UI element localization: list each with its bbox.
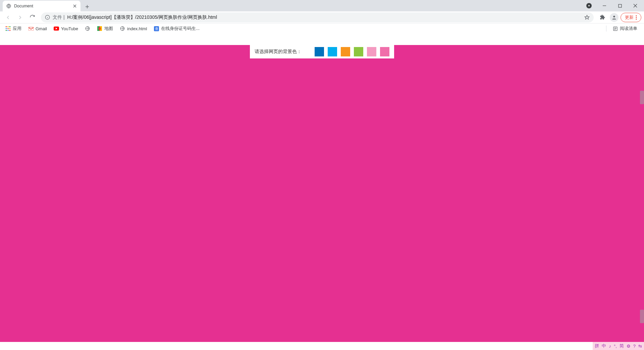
bookmark-label: index.html [127, 26, 147, 31]
maps-icon [97, 26, 102, 31]
apps-label: 应用 [13, 26, 21, 32]
ime-item[interactable]: 简 [620, 343, 624, 349]
reload-button[interactable] [27, 12, 38, 23]
bookmarks-bar: 应用 Gmail YouTube [0, 24, 644, 34]
bookmark-youtube[interactable]: YouTube [51, 25, 81, 33]
apps-shortcut[interactable]: 应用 [3, 24, 24, 33]
svg-point-1 [588, 5, 590, 6]
svg-rect-8 [6, 26, 7, 27]
minimize-button[interactable] [597, 1, 612, 11]
swatch-row [315, 47, 389, 56]
ime-item[interactable]: °, [614, 344, 617, 349]
tab-strip: Document [0, 0, 644, 11]
update-button[interactable]: 更新 [621, 13, 641, 22]
svg-rect-15 [8, 30, 9, 31]
svg-rect-2 [619, 4, 622, 7]
update-label: 更新 [625, 14, 634, 20]
color-picker-panel: 请选择网页的背景色： [250, 45, 394, 58]
maximize-button[interactable] [612, 1, 627, 11]
ime-item[interactable]: 拼 [595, 343, 599, 349]
swatch-pink[interactable] [380, 47, 389, 56]
cha-icon: 查 [154, 26, 159, 31]
svg-rect-10 [9, 26, 10, 27]
viewport: 请选择网页的背景色： [0, 34, 644, 342]
toolbar-right: 更新 [597, 12, 641, 23]
svg-point-7 [636, 18, 637, 19]
picker-label: 请选择网页的背景色： [255, 49, 302, 55]
globe-icon [85, 26, 90, 31]
forward-button[interactable] [15, 12, 25, 23]
profile-avatar-icon[interactable] [610, 13, 619, 22]
swatch-green[interactable] [354, 47, 363, 56]
bookmark-idgen[interactable]: 查 在线身份证号码生... [151, 24, 202, 33]
svg-point-6 [636, 17, 637, 18]
reading-list-button[interactable]: 阅读清单 [610, 24, 640, 33]
svg-rect-9 [8, 26, 9, 27]
svg-point-5 [636, 15, 637, 16]
bookmark-gmail[interactable]: Gmail [25, 25, 50, 33]
apps-grid-icon [5, 26, 11, 31]
gmail-icon [28, 26, 34, 31]
bookmark-label: 在线身份证号码生... [161, 26, 200, 32]
ime-toolbar[interactable]: 拼中♪°,简⚙?⇆ [593, 342, 644, 350]
browser-chrome: Document [0, 0, 644, 34]
bookmark-maps[interactable]: 地图 [94, 24, 116, 33]
scrollbar-thumb[interactable] [640, 310, 644, 323]
star-icon[interactable] [584, 15, 590, 20]
back-button[interactable] [3, 12, 13, 23]
browser-tab[interactable]: Document [3, 1, 80, 11]
url-text: H:/案例/06[javascript]【潘珠荧】/20210305/网页换肤作… [67, 14, 582, 20]
swatch-cyan[interactable] [328, 47, 337, 56]
globe-icon [6, 3, 11, 9]
svg-text:查: 查 [155, 27, 158, 31]
svg-rect-13 [9, 28, 10, 29]
url-scheme: 文件 | [53, 14, 65, 20]
bookmark-index[interactable]: index.html [117, 25, 150, 33]
address-bar[interactable]: 文件 | H:/案例/06[javascript]【潘珠荧】/20210305/… [41, 12, 594, 23]
toolbar: 文件 | H:/案例/06[javascript]【潘珠荧】/20210305/… [0, 11, 644, 24]
reading-list-label: 阅读清单 [620, 26, 637, 32]
svg-rect-12 [8, 28, 9, 29]
scrollbar-thumb[interactable] [640, 91, 644, 104]
youtube-icon [54, 26, 59, 31]
ime-item[interactable]: ♪ [609, 344, 611, 349]
page-body: 请选择网页的背景色： [0, 45, 644, 342]
bookmark-label: Gmail [36, 26, 47, 31]
divider [606, 26, 606, 32]
swatch-orange[interactable] [341, 47, 350, 56]
swatch-blue[interactable] [315, 47, 324, 56]
account-indicator-icon[interactable] [582, 1, 596, 11]
svg-rect-16 [9, 30, 10, 31]
svg-point-4 [613, 15, 615, 17]
window-controls [582, 0, 643, 11]
ime-item[interactable]: 中 [602, 343, 606, 349]
info-icon[interactable] [45, 15, 50, 20]
close-window-button[interactable] [628, 1, 643, 11]
reading-list-icon [612, 26, 618, 31]
ime-item[interactable]: ? [633, 344, 636, 349]
globe-icon [120, 26, 125, 31]
new-tab-button[interactable] [83, 2, 92, 11]
swatch-light-pink[interactable] [367, 47, 376, 56]
bookmark-globe[interactable] [82, 25, 93, 33]
extensions-icon[interactable] [597, 12, 608, 23]
close-tab-icon[interactable] [72, 4, 77, 8]
svg-rect-11 [6, 28, 7, 29]
bookmark-label: 地图 [104, 26, 113, 32]
tab-title: Document [14, 4, 70, 8]
ime-item[interactable]: ⇆ [638, 344, 642, 349]
bookmark-label: YouTube [61, 26, 78, 31]
ime-item[interactable]: ⚙ [627, 344, 631, 349]
svg-rect-14 [6, 30, 7, 31]
